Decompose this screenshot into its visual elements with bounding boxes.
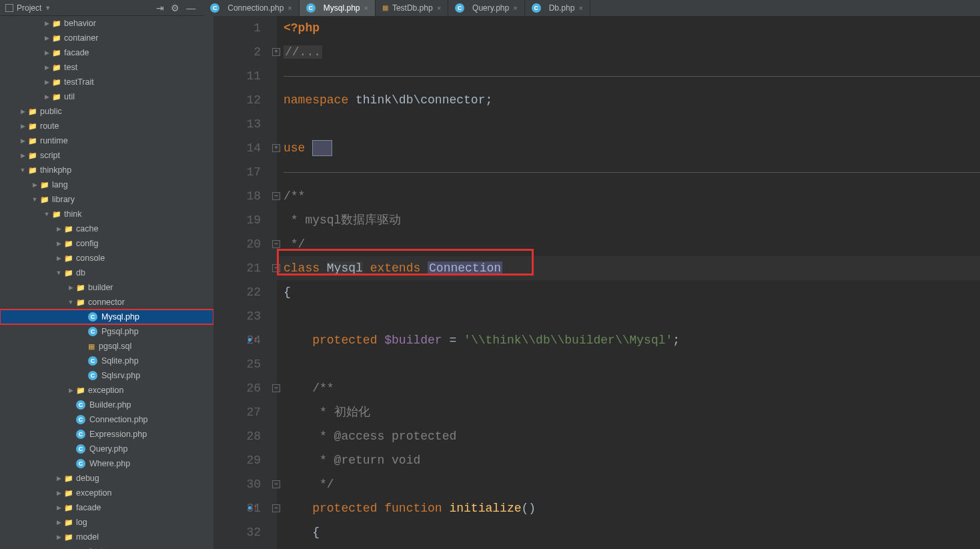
- close-icon[interactable]: ×: [513, 4, 517, 12]
- tree-folder[interactable]: ▶📁script: [0, 148, 213, 163]
- fold-expand-icon[interactable]: +: [272, 48, 280, 56]
- tree-folder[interactable]: ▶📁exception: [0, 486, 213, 500]
- fold-collapse-icon[interactable]: −: [272, 504, 280, 512]
- tree-arrow-icon[interactable]: ▶: [53, 225, 64, 232]
- fold-expand-icon[interactable]: +: [272, 144, 280, 152]
- tree-folder[interactable]: ▼📁think: [0, 207, 213, 221]
- collapse-icon[interactable]: ⇥: [156, 3, 164, 13]
- tree-folder[interactable]: ▼📁library: [0, 192, 213, 207]
- tree-folder[interactable]: ▶📁facade: [0, 500, 213, 515]
- editor-tab[interactable]: CQuery.php×: [448, 0, 525, 16]
- tree-folder[interactable]: ▶📁container: [0, 31, 213, 45]
- close-icon[interactable]: ×: [288, 4, 292, 12]
- use-collapsed-box[interactable]: [312, 140, 332, 156]
- tree-arrow-icon[interactable]: ▼: [29, 196, 40, 203]
- tree-arrow-icon[interactable]: ▶: [41, 35, 52, 41]
- fold-collapse-icon[interactable]: −: [272, 384, 280, 392]
- tree-folder[interactable]: ▶📁debug: [0, 471, 213, 486]
- tree-arrow-icon[interactable]: ▶: [17, 152, 28, 159]
- tree-arrow-icon[interactable]: ▶: [53, 504, 64, 511]
- tree-folder[interactable]: ▼📁db: [0, 265, 213, 280]
- tree-arrow-icon[interactable]: ▼: [17, 167, 28, 173]
- override-indicator-icon[interactable]: ●↑: [247, 496, 258, 520]
- tree-folder[interactable]: ▶📁paginator: [0, 544, 213, 549]
- tree-folder[interactable]: ▶📁runtime: [0, 133, 213, 148]
- tree-arrow-icon[interactable]: ▼: [53, 269, 64, 276]
- tree-folder[interactable]: ▶📁test: [0, 60, 213, 75]
- tree-file[interactable]: CQuery.php: [0, 442, 213, 456]
- tree-arrow-icon[interactable]: ▶: [53, 240, 64, 247]
- tree-folder[interactable]: ▼📁connector: [0, 295, 213, 310]
- tree-arrow-icon[interactable]: ▶: [53, 475, 64, 482]
- tree-arrow-icon[interactable]: ▶: [41, 93, 52, 100]
- editor-tab[interactable]: CMysql.php×: [300, 0, 376, 16]
- close-icon[interactable]: ×: [437, 4, 441, 12]
- folder-icon: 📁: [64, 254, 73, 263]
- tree-folder[interactable]: ▶📁lang: [0, 177, 213, 192]
- tree-item-label: exception: [76, 488, 112, 498]
- editor-tab[interactable]: ▦TestDb.php×: [376, 0, 448, 16]
- tree-folder[interactable]: ▶📁route: [0, 119, 213, 133]
- code-content[interactable]: <?php +//... namespace think\db\connecto…: [277, 16, 980, 549]
- line-number: 31●↑: [213, 496, 261, 520]
- tree-file[interactable]: CPgsql.php: [0, 324, 213, 339]
- tree-arrow-icon[interactable]: ▶: [65, 284, 76, 291]
- tree-arrow-icon[interactable]: ▶: [41, 79, 52, 85]
- tree-folder[interactable]: ▶📁log: [0, 515, 213, 530]
- project-tree[interactable]: ▶📁behavior▶📁container▶📁facade▶📁test▶📁tes…: [0, 16, 213, 549]
- tree-arrow-icon[interactable]: ▶: [41, 49, 52, 56]
- tree-arrow-icon[interactable]: ▶: [17, 137, 28, 144]
- tree-arrow-icon[interactable]: ▶: [17, 123, 28, 129]
- project-tool-label[interactable]: Project ▼: [0, 3, 56, 13]
- folder-icon: 📁: [52, 63, 61, 72]
- tree-folder[interactable]: ▶📁builder: [0, 280, 213, 295]
- tree-folder[interactable]: ▶📁public: [0, 104, 213, 119]
- close-icon[interactable]: ×: [578, 4, 582, 12]
- tree-arrow-icon[interactable]: ▶: [29, 181, 40, 188]
- override-indicator-icon[interactable]: ●↑: [247, 328, 258, 352]
- tree-arrow-icon[interactable]: ▶: [41, 20, 52, 27]
- tree-file[interactable]: CBuilder.php: [0, 398, 213, 412]
- project-icon: [5, 4, 13, 12]
- php-file-icon: C: [76, 459, 85, 468]
- tree-file[interactable]: CMysql.php: [0, 310, 213, 324]
- fold-collapse-icon[interactable]: −: [272, 264, 280, 272]
- tree-file[interactable]: CSqlsrv.php: [0, 368, 213, 383]
- fold-collapse-icon[interactable]: −: [272, 480, 280, 488]
- tree-folder[interactable]: ▶📁exception: [0, 383, 213, 398]
- code-editor[interactable]: 12111213141718192021222324●↑252627282930…: [213, 16, 980, 549]
- tree-arrow-icon[interactable]: ▶: [17, 108, 28, 115]
- tree-file[interactable]: CSqlite.php: [0, 354, 213, 368]
- tree-item-label: Mysql.php: [101, 312, 139, 322]
- tree-arrow-icon[interactable]: ▶: [53, 534, 64, 540]
- tree-folder[interactable]: ▶📁cache: [0, 221, 213, 236]
- tree-arrow-icon[interactable]: ▶: [53, 255, 64, 261]
- tree-folder[interactable]: ▶📁console: [0, 251, 213, 265]
- tree-folder[interactable]: ▶📁config: [0, 236, 213, 251]
- tree-file[interactable]: CConnection.php: [0, 412, 213, 427]
- tree-arrow-icon[interactable]: ▶: [41, 64, 52, 71]
- tree-arrow-icon[interactable]: ▼: [41, 211, 52, 217]
- minimize-icon[interactable]: —: [186, 3, 195, 13]
- fold-collapse-icon[interactable]: −: [272, 192, 280, 200]
- tree-folder[interactable]: ▼📁thinkphp: [0, 163, 213, 177]
- tree-arrow-icon[interactable]: ▶: [65, 387, 76, 394]
- editor-tab[interactable]: CConnection.php×: [203, 0, 300, 16]
- gear-icon[interactable]: ⚙: [171, 3, 179, 13]
- fold-collapse-icon[interactable]: −: [272, 240, 280, 248]
- tree-arrow-icon[interactable]: ▶: [53, 490, 64, 496]
- tree-folder[interactable]: ▶📁model: [0, 530, 213, 544]
- tree-arrow-icon[interactable]: ▼: [65, 299, 76, 306]
- tree-arrow-icon[interactable]: ▶: [53, 519, 64, 526]
- tree-folder[interactable]: ▶📁facade: [0, 45, 213, 60]
- tree-folder[interactable]: ▶📁behavior: [0, 16, 213, 31]
- tree-file[interactable]: ▦pgsql.sql: [0, 339, 213, 354]
- tree-item-label: public: [40, 107, 62, 116]
- folder-icon: 📁: [28, 107, 37, 116]
- tree-file[interactable]: CWhere.php: [0, 456, 213, 471]
- editor-tab[interactable]: CDb.php×: [525, 0, 590, 16]
- tree-file[interactable]: CExpression.php: [0, 427, 213, 442]
- close-icon[interactable]: ×: [364, 4, 368, 12]
- tree-folder[interactable]: ▶📁testTrait: [0, 75, 213, 89]
- tree-folder[interactable]: ▶📁util: [0, 89, 213, 104]
